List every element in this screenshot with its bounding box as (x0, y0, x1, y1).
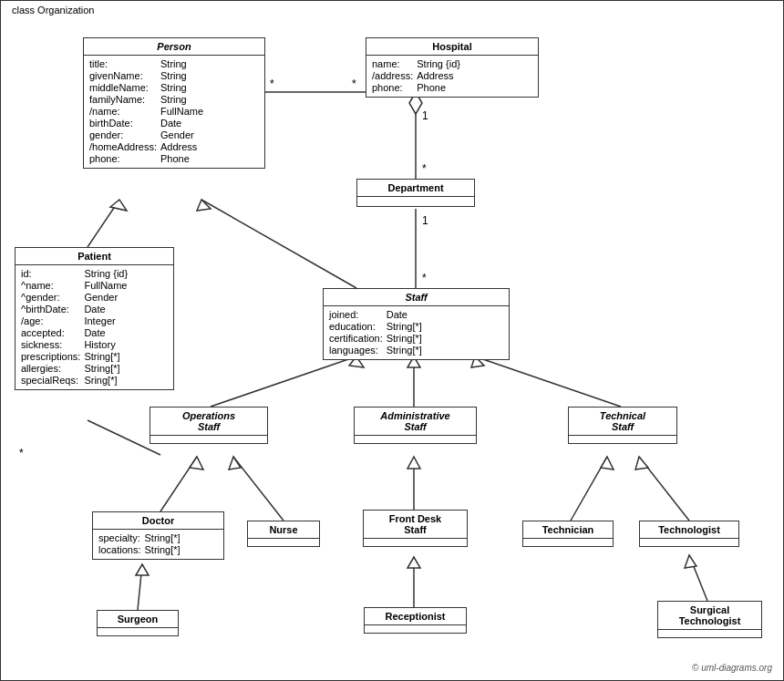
technician-body (523, 539, 613, 546)
svg-marker-21 (190, 457, 203, 469)
nurse-header: Nurse (248, 521, 319, 539)
technologist-class: Technologist (639, 521, 739, 547)
hospital-header: Hospital (366, 38, 538, 56)
technologist-header: Technologist (640, 521, 738, 539)
technical-staff-body (569, 436, 676, 443)
surgeon-body (98, 628, 178, 635)
diagram-title: class Organization (8, 5, 98, 15)
svg-line-22 (233, 457, 284, 521)
operations-staff-header: OperationsStaff (150, 408, 267, 436)
svg-text:*: * (352, 77, 356, 90)
svg-marker-27 (601, 457, 614, 469)
front-desk-staff-header: Front DeskStaff (364, 511, 467, 539)
nurse-body (248, 539, 319, 546)
svg-marker-25 (407, 457, 420, 469)
surgeon-class: Surgeon (97, 610, 179, 636)
svg-text:*: * (422, 272, 427, 284)
surgical-technologist-class: SurgicalTechnologist (657, 601, 762, 638)
administrative-staff-header: AdministrativeStaff (355, 408, 476, 436)
technical-staff-class: TechnicalStaff (568, 407, 677, 444)
staff-class: Staff joined:Date education:String[*] ce… (323, 288, 510, 360)
department-class: Department (356, 179, 475, 207)
svg-line-26 (571, 457, 607, 521)
hospital-class: Hospital name:String {id} /address:Addre… (366, 37, 539, 98)
svg-text:1: 1 (422, 214, 428, 227)
svg-line-18 (475, 356, 621, 407)
receptionist-header: Receptionist (365, 608, 466, 625)
doctor-class: Doctor specialty:String[*] locations:Str… (92, 511, 224, 560)
person-header: Person (84, 38, 264, 56)
staff-header: Staff (324, 289, 509, 306)
department-body (357, 197, 474, 206)
patient-body: id:String {id} ^name:FullName ^gender:Ge… (15, 265, 173, 389)
svg-text:1: 1 (422, 109, 428, 122)
technician-header: Technician (523, 521, 613, 539)
technical-staff-header: TechnicalStaff (569, 408, 676, 436)
svg-marker-31 (136, 564, 149, 575)
technologist-body (640, 539, 738, 546)
administrative-staff-class: AdministrativeStaff (354, 407, 477, 444)
svg-text:*: * (270, 77, 274, 90)
svg-line-12 (201, 200, 356, 288)
technician-class: Technician (522, 521, 614, 547)
svg-marker-11 (110, 200, 127, 211)
patient-header: Patient (15, 248, 173, 265)
front-desk-staff-class: Front DeskStaff (363, 510, 468, 547)
svg-line-20 (160, 457, 197, 511)
operations-staff-body (150, 436, 267, 443)
administrative-staff-body (355, 436, 476, 443)
svg-marker-23 (229, 457, 241, 469)
surgical-technologist-body (658, 630, 761, 637)
svg-marker-35 (685, 555, 696, 568)
svg-line-14 (211, 356, 356, 407)
doctor-header: Doctor (93, 512, 223, 530)
doctor-body: specialty:String[*] locations:String[*] (93, 530, 223, 559)
svg-marker-13 (197, 200, 211, 211)
svg-line-28 (639, 457, 689, 521)
nurse-class: Nurse (247, 521, 320, 547)
svg-text:*: * (19, 447, 24, 459)
svg-line-34 (689, 555, 707, 601)
receptionist-class: Receptionist (364, 607, 467, 634)
copyright: © uml-diagrams.org (692, 663, 772, 673)
staff-body: joined:Date education:String[*] certific… (324, 306, 509, 359)
department-header: Department (357, 180, 474, 197)
svg-text:*: * (422, 162, 427, 175)
receptionist-body (365, 625, 466, 633)
svg-line-30 (138, 564, 142, 610)
patient-class: Patient id:String {id} ^name:FullName ^g… (15, 247, 174, 390)
front-desk-staff-body (364, 539, 467, 546)
hospital-body: name:String {id} /address:Address phone:… (366, 56, 538, 97)
person-body: title:String givenName:String middleName… (84, 56, 264, 168)
surgeon-header: Surgeon (98, 611, 178, 628)
operations-staff-class: OperationsStaff (150, 407, 268, 444)
person-class: Person title:String givenName:String mid… (83, 37, 265, 169)
surgical-technologist-header: SurgicalTechnologist (658, 602, 761, 630)
svg-marker-29 (635, 457, 648, 469)
diagram-container: class Organization * * 1 * 1 * (0, 0, 784, 681)
svg-marker-33 (407, 557, 420, 568)
svg-line-10 (88, 200, 119, 247)
